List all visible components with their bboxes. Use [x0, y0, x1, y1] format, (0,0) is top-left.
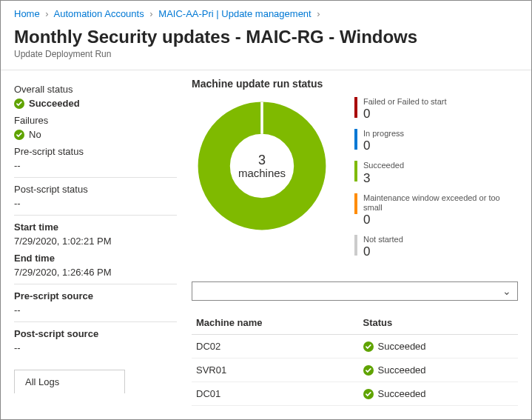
post-script-source-label: Post-script source	[14, 328, 177, 339]
start-time-label: Start time	[14, 221, 177, 233]
table-row[interactable]: DC02 Succeeded	[192, 335, 518, 359]
legend-item-failed: Failed or Failed to start 0	[354, 97, 518, 121]
filter-dropdown[interactable]: ⌄	[192, 281, 518, 301]
end-time-label: End time	[14, 253, 177, 264]
divider	[14, 284, 177, 284]
end-time-value: 7/29/2020, 1:26:46 PM	[14, 267, 177, 278]
column-status[interactable]: Status	[359, 311, 518, 335]
chevron-right-icon: ›	[317, 8, 320, 19]
main-panel: Machine update run status 3 machines Fai…	[177, 78, 518, 406]
donut-chart: 3 machines	[192, 96, 332, 236]
post-script-source-value: --	[14, 342, 177, 353]
legend-color-icon	[354, 129, 357, 150]
status-cell: Succeeded	[378, 341, 426, 352]
legend-label: Failed or Failed to start	[363, 97, 447, 107]
pre-script-source-value: --	[14, 304, 177, 316]
legend-value: 0	[363, 139, 404, 153]
legend-label: Succeeded	[363, 161, 404, 170]
check-circle-icon	[14, 130, 24, 140]
pre-script-status-value: --	[14, 160, 177, 171]
status-cell: Succeeded	[378, 388, 426, 399]
column-machine-name[interactable]: Machine name	[192, 311, 359, 335]
failures-value: No	[29, 129, 41, 140]
section-title: Machine update run status	[192, 78, 518, 90]
donut-label: machines	[238, 167, 286, 179]
chevron-right-icon: ›	[45, 8, 48, 19]
legend: Failed or Failed to start 0 In progress …	[354, 96, 518, 267]
tab-all-logs[interactable]: All Logs	[14, 370, 125, 393]
legend-color-icon	[354, 161, 357, 181]
machine-name-cell: SVR01	[192, 359, 359, 382]
breadcrumb-automation-accounts[interactable]: Automation Accounts	[54, 8, 144, 19]
machine-name-cell: DC02	[192, 335, 359, 359]
table-row[interactable]: DC01 Succeeded	[192, 382, 518, 406]
legend-item-maintenance: Maintenance window exceeded or too small…	[354, 193, 518, 227]
title-block: Monthly Security updates - MAIC-RG - Win…	[1, 24, 531, 65]
legend-item-in-progress: In progress 0	[354, 129, 518, 153]
breadcrumb-update-management[interactable]: MAIC-AA-Pri | Update management	[158, 8, 311, 19]
pre-script-source-label: Pre-script source	[14, 290, 177, 301]
legend-value: 0	[363, 107, 447, 121]
donut-count: 3	[238, 153, 286, 168]
table-row[interactable]: SVR01 Succeeded	[192, 359, 518, 382]
legend-color-icon	[354, 97, 357, 118]
check-circle-icon	[363, 389, 374, 399]
page-title: Monthly Security updates - MAIC-RG - Win…	[14, 27, 518, 47]
summary-pane: Overall status Succeeded Failures No Pre…	[14, 78, 177, 406]
legend-color-icon	[354, 235, 357, 256]
divider	[14, 321, 177, 322]
breadcrumb: Home › Automation Accounts › MAIC-AA-Pri…	[1, 1, 531, 24]
legend-value: 0	[363, 244, 403, 259]
status-cell: Succeeded	[378, 364, 426, 376]
check-circle-icon	[363, 341, 374, 352]
legend-label: Not started	[363, 235, 403, 244]
post-script-status-value: --	[14, 198, 177, 209]
legend-item-succeeded: Succeeded 3	[354, 161, 518, 185]
legend-value: 3	[363, 171, 404, 186]
machine-name-cell: DC01	[192, 382, 359, 406]
breadcrumb-home[interactable]: Home	[14, 8, 40, 19]
overall-status-label: Overall status	[14, 84, 177, 95]
legend-label: Maintenance window exceeded or too small	[363, 193, 518, 213]
pre-script-status-label: Pre-script status	[14, 146, 177, 157]
post-script-status-label: Post-script status	[14, 184, 177, 195]
overall-status-value: Succeeded	[29, 98, 80, 109]
chevron-right-icon: ›	[149, 8, 152, 19]
chevron-down-icon: ⌄	[502, 285, 511, 297]
divider	[14, 177, 177, 178]
page-subtitle: Update Deployment Run	[14, 49, 518, 59]
divider	[14, 215, 177, 216]
check-circle-icon	[14, 99, 24, 109]
failures-label: Failures	[14, 115, 177, 126]
legend-item-not-started: Not started 0	[354, 235, 518, 259]
legend-value: 0	[363, 213, 518, 227]
machines-table: Machine name Status DC02 Succeeded SVR01	[192, 311, 518, 406]
start-time-value: 7/29/2020, 1:02:21 PM	[14, 236, 177, 247]
legend-color-icon	[354, 193, 357, 214]
check-circle-icon	[363, 365, 374, 376]
legend-label: In progress	[363, 129, 404, 139]
